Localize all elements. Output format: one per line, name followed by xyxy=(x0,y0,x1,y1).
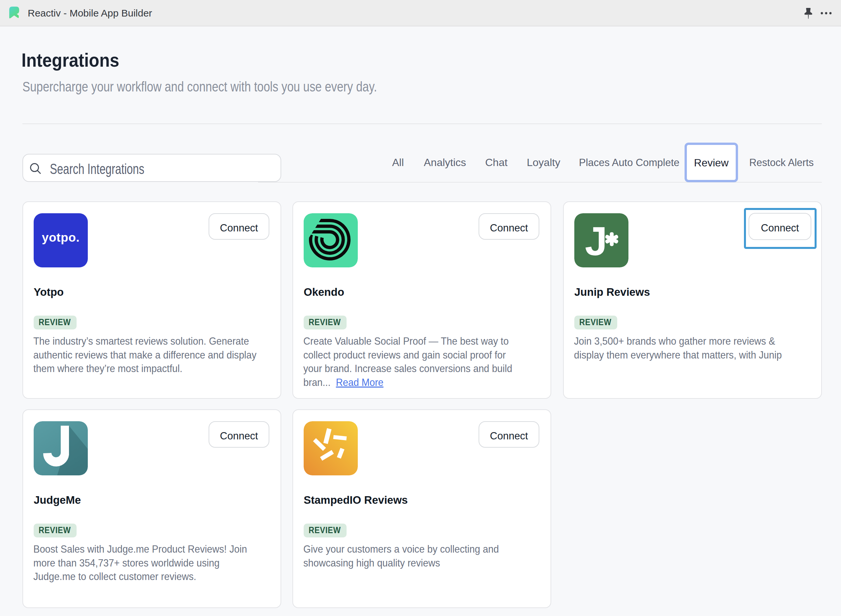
svg-text:J: J xyxy=(585,219,607,264)
